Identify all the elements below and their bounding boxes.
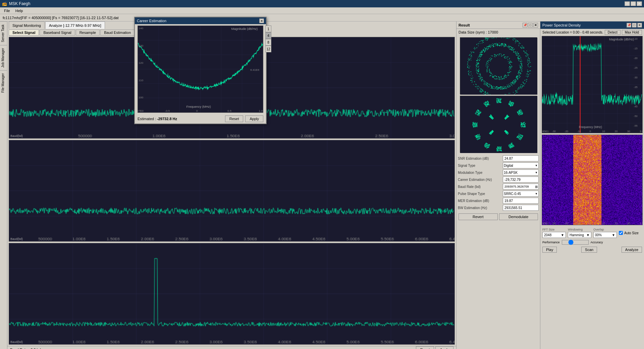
data-size-value: 17000 [488,30,498,34]
result-close-button[interactable]: ✕ [533,23,538,28]
pulse-shape-label: Pulse Shape Type [458,192,501,196]
psd-float-button[interactable]: □ [632,23,637,28]
revert-button[interactable]: Revert [459,213,498,220]
career-plot [138,26,263,113]
bottom-buttons: Reset Apply [416,346,453,349]
app-title: MSK Faegh [9,1,30,6]
apply-button[interactable]: Apply [435,346,453,349]
job-manager-tab[interactable]: Job Manager [0,45,7,70]
center-content: Signal Monitoring Analyze [-12.77 MHz-9.… [7,21,456,349]
field-mer: MER Estimation (dB) 19.87 [458,198,539,204]
scale-8-button[interactable]: 8 [265,39,271,46]
career-dialog-header: Career Estimation ✕ [135,17,266,24]
snr-label: SNR Estimation (dB) [458,157,501,160]
detect-button[interactable]: Detect [605,30,621,35]
accuracy-label: Accuracy [591,241,603,244]
psd-pin-button[interactable]: 📌 [627,23,631,28]
minimize-button[interactable]: ─ [625,1,630,6]
career-reset-button[interactable]: Reset [225,115,244,122]
performance-slider[interactable] [562,240,589,245]
tab-baseband-signal[interactable]: Baseband Signal [40,30,75,36]
overlap-label: Overlap [593,228,617,231]
file-manager-tab[interactable]: File Manager [0,70,7,95]
baud-info: Baud Rate : 0.0 bd [10,348,41,349]
scan-button[interactable]: Scan [581,247,597,253]
career-estimated-value: -29732.8 Hz [157,117,177,121]
app-icon: 📻 [2,1,7,6]
career-dialog-close-button[interactable]: ✕ [259,18,264,23]
tab-baud-estimation[interactable]: Baud Estimation [100,30,135,36]
field-modulation: Modulation Type 16-APSK ▼ [458,169,539,176]
field-signal-type: Signal Type Digital ▼ [458,162,539,168]
baud-rate-calc-icon[interactable]: ⊞ [535,185,538,189]
constellation-bottom [460,96,537,153]
career-apply-button[interactable]: Apply [245,115,263,122]
maximize-button[interactable]: □ [631,1,636,6]
fft-size-select[interactable]: 2048 ▼ [542,232,566,238]
scale-buttons: 1 4 8 12 [265,26,271,52]
reset-button[interactable]: Reset [416,346,434,349]
career-footer: Estimated : -29732.8 Hz Reset Apply [135,114,266,123]
scale-12-button[interactable]: 12 [265,46,271,52]
result-header-controls: 📌 □ ✕ [523,23,538,28]
close-button[interactable]: ✕ [637,1,642,6]
menu-file[interactable]: File [1,7,13,14]
window-controls[interactable]: ─ □ ✕ [625,1,642,6]
windowing-label: Windowing [568,228,591,231]
modulation-select[interactable]: 16-APSK ▼ [503,169,539,176]
auto-size-checkbox[interactable] [619,231,623,235]
overlap-select[interactable]: 00% ▼ [593,232,617,238]
field-career: Career Estimation (Hz) -29,732.79 [458,177,539,183]
career-dialog: Career Estimation ✕ 1 4 8 12 Estimated :… [134,17,267,124]
psd-plot-area [542,36,643,133]
psd-loc-buttons: Detect Max Hold [605,30,642,35]
field-snr: SNR Estimation (dB) 24.87 [458,155,539,161]
tab-resample[interactable]: Resample [76,30,100,36]
result-title: Result [459,23,470,27]
server-task-tab[interactable]: Server Task [0,21,7,45]
field-baud-rate: Baud Rate (bd) 2093975.3626709 ⊞ [458,184,539,190]
result-pin-button[interactable]: 📌 [523,23,527,28]
scale-1-button[interactable]: 1 [265,26,271,32]
tab-analyze[interactable]: Analyze [-12.77 MHz-9.97 MHz] [45,21,105,29]
mid-signal-panel: Baud(bd) [9,140,455,242]
windowing-arrow: ▼ [586,233,590,237]
constellation-top [460,37,537,94]
pulse-shape-select[interactable]: SRRC-0.45 ▼ [503,191,539,197]
demodulate-button[interactable]: Demodulate [499,213,538,220]
menu-help[interactable]: Help [13,7,26,14]
file-path: fc1117mhz[FIF = 405000000] [Fs = 7692307… [3,16,119,20]
result-header: Result 📌 □ ✕ [457,21,540,29]
result-panel: Result 📌 □ ✕ Data Size (sym) : 17000 SNR… [456,21,540,349]
title-bar: 📻 MSK Faegh ─ □ ✕ [0,0,644,7]
auto-size-check[interactable]: Auto Size [619,231,639,235]
psd-location-bar: Selected Location = 0.00 - 0.48 seconds.… [540,29,644,36]
result-buttons: Revert Demodulate [457,212,540,221]
psd-close-button[interactable]: ✕ [637,23,642,28]
career-value[interactable]: -29,732.79 [503,177,539,183]
analyze-button[interactable]: Analyze [622,247,642,253]
modulation-arrow: ▼ [535,171,538,174]
psd-header: Power Spectral Density 📌 □ ✕ [540,21,644,29]
tab-select-signal[interactable]: Select Signal [9,30,39,36]
baud-rate-label: Baud Rate : [10,348,30,349]
mid-panel-label: Baud(bd) [10,237,23,241]
tab-signal-monitoring[interactable]: Signal Monitoring [9,21,45,29]
snr-value: 24.87 [503,155,539,161]
play-button[interactable]: Play [542,247,557,253]
windowing-select[interactable]: Hamming ▼ [568,232,591,238]
bot-panel-label: Baud(bd) [10,340,23,344]
menu-bar: File Help [0,7,644,14]
result-expand-button[interactable]: □ [528,23,533,28]
psd-title: Power Spectral Density [542,23,581,27]
career-estimated-label: Estimated : -29732.8 Hz [138,117,177,121]
bw-label: BW Estimation (Hz) [458,206,501,210]
psd-bottom-buttons: Play Scan Analyze [540,245,644,254]
scale-4-button[interactable]: 4 [265,32,271,39]
overlap-group: Overlap 00% ▼ [593,228,617,238]
baud-rate-field[interactable]: 2093975.3626709 ⊞ [503,184,539,190]
signal-type-select[interactable]: Digital ▼ [503,162,539,168]
windowing-group: Windowing Hamming ▼ [568,228,591,238]
max-hold-button[interactable]: Max Hold [622,30,642,35]
bot-signal-panel: Baud(bd) [9,243,455,345]
